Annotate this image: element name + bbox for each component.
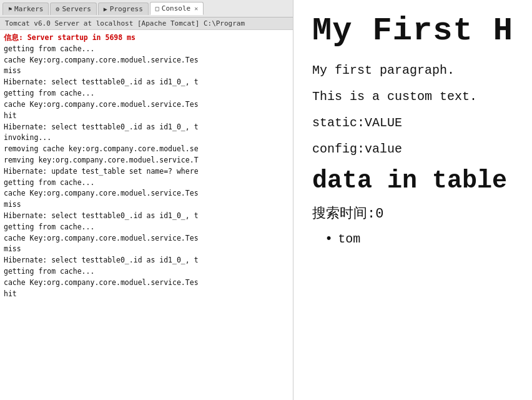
tab-markers[interactable]: ⚑Markers: [2, 2, 49, 15]
list-container: •tom: [312, 231, 513, 247]
tab-console[interactable]: □Console✕: [150, 2, 204, 15]
console-line-1: getting from cache...: [4, 44, 289, 55]
progress-tab-label: Progress: [110, 5, 143, 13]
servers-tab-icon: ⚙: [56, 6, 59, 12]
console-line-16: Hibernate: select testtable0_.id as id1_…: [4, 211, 289, 222]
servers-tab-label: Servers: [62, 5, 91, 13]
progress-tab-icon: ▶: [104, 6, 107, 12]
tab-bar: ⚑Markers⚙Servers▶Progress□Console✕: [0, 0, 293, 18]
markers-tab-label: Markers: [14, 5, 43, 13]
console-line-22: cache Key:org.company.core.moduel.servic…: [4, 278, 289, 289]
static-value: static:VALUE: [312, 114, 513, 132]
console-line-4: Hibernate: select testtable0_.id as id1_…: [4, 77, 289, 88]
config-value: config:value: [312, 141, 513, 158]
console-line-5: getting from cache...: [4, 88, 289, 99]
custom-text: This is a custom text.: [312, 88, 513, 106]
console-line-0: 信息: Server startup in 5698 ms: [4, 32, 289, 44]
page-heading: My First He: [312, 12, 513, 49]
list-item-0: •tom: [325, 231, 513, 247]
bullet-icon-0: •: [325, 231, 333, 247]
console-line-7: hit: [4, 111, 289, 122]
server-label: Tomcat v6.0 Server at localhost [Apache …: [0, 18, 293, 30]
console-tab-label: Console: [162, 4, 190, 12]
console-line-20: Hibernate: select testtable0_.id as id1_…: [4, 255, 289, 266]
console-tab-icon: □: [155, 5, 159, 12]
console-line-21: getting from cache...: [4, 266, 289, 278]
list-item-text-0: tom: [338, 232, 360, 246]
right-panel: My First He My first paragraph. This is …: [293, 0, 532, 400]
console-line-19: miss: [4, 244, 289, 255]
console-line-8: Hibernate: select testtable0_.id as id1_…: [4, 122, 289, 133]
console-line-3: miss: [4, 66, 289, 77]
console-line-9: invoking...: [4, 132, 289, 144]
console-line-11: remving key:org.company.core.moduel.serv…: [4, 155, 289, 166]
paragraph-text: My first paragraph.: [312, 62, 513, 79]
left-panel: ⚑Markers⚙Servers▶Progress□Console✕ Tomca…: [0, 0, 293, 400]
console-output[interactable]: 信息: Server startup in 5698 msgetting fro…: [0, 30, 293, 400]
console-line-15: miss: [4, 199, 289, 211]
data-in-table-heading: data in table: [312, 167, 513, 195]
markers-tab-icon: ⚑: [8, 6, 12, 12]
console-line-13: getting from cache...: [4, 178, 289, 189]
search-time: 搜索时间:0: [312, 204, 513, 222]
tab-servers[interactable]: ⚙Servers: [50, 2, 96, 15]
console-line-2: cache Key:org.company.core.moduel.servic…: [4, 55, 289, 66]
console-line-14: cache Key:org.company.core.moduel.servic…: [4, 188, 289, 199]
console-line-10: removing cache key:org.company.core.modu…: [4, 144, 289, 155]
console-tab-close[interactable]: ✕: [194, 5, 198, 12]
console-line-6: cache Key:org.company.core.moduel.servic…: [4, 99, 289, 111]
tab-progress[interactable]: ▶Progress: [98, 2, 149, 15]
console-line-17: getting from cache...: [4, 222, 289, 233]
console-line-23: hit: [4, 289, 289, 300]
console-line-18: cache Key:org.company.core.moduel.servic…: [4, 233, 289, 244]
console-line-12: Hibernate: update test_table set name=? …: [4, 166, 289, 178]
